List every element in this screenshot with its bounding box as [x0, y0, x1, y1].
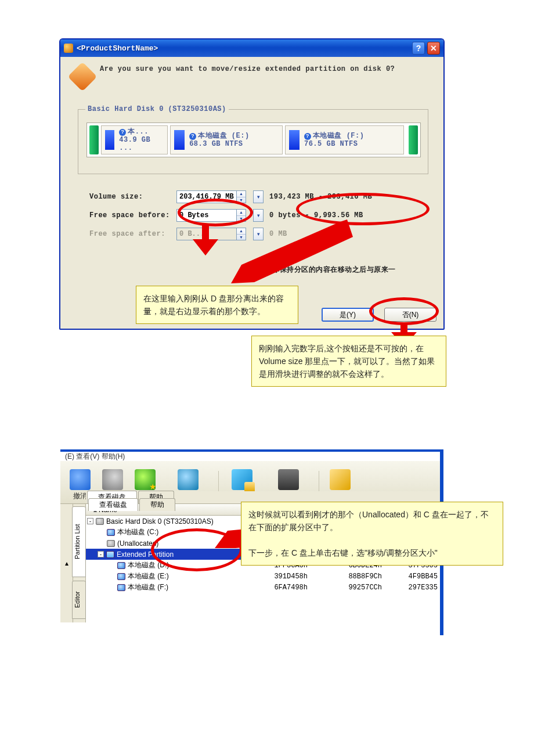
annotation-callout-3: 这时候就可以看到刚才的那个（Unallocated）和 C 盘在一起了，不在下面…	[241, 502, 503, 566]
hard-disk-icon	[96, 518, 104, 525]
drive-icon	[117, 562, 125, 569]
partition-color-icon	[105, 130, 114, 150]
info-text: 允许你保持分区的内容在移动之后与原来一	[258, 265, 396, 275]
annotation-circle-input	[178, 199, 253, 226]
annotation-callout-2: 刚刚输入完数字后,这个按钮还是不可按的，在 Volume size 那里点一下，…	[251, 336, 446, 387]
tree-row-e[interactable]: 本地磁盘 (E:) 391D458h 88B8F9Ch 4F9BB45	[86, 571, 440, 582]
close-button[interactable]: ✕	[427, 42, 440, 55]
annotation-circle-range	[296, 193, 430, 225]
help-dot-icon[interactable]: ?	[304, 133, 311, 140]
volume-size-unit-dropdown[interactable]: ▾	[253, 190, 264, 203]
seg-sub: 76.5 GB NTFS	[304, 140, 358, 148]
annotation-circle-tree	[151, 528, 243, 571]
tab-editor[interactable]: Editor	[72, 581, 86, 619]
seg-title: 本地磁盘 (E:)	[198, 132, 250, 140]
drive-icon	[107, 529, 115, 536]
free-before-unit-dropdown[interactable]: ▾	[253, 209, 264, 222]
partition-seg-e[interactable]: ?本地磁盘 (E:)68.3 GB NTFS	[170, 125, 283, 154]
yes-button-label: 是(Y)	[340, 310, 356, 320]
side-tabs: Partition List Editor	[73, 504, 86, 622]
tab-view-disk[interactable]: 查看磁盘	[88, 498, 138, 511]
callout-text: 这时候就可以看到刚才的那个（Unallocated）和 C 盘在一起了，不在下面…	[248, 510, 489, 557]
cell: 297E335	[392, 584, 440, 592]
tab-label: Editor	[74, 592, 81, 609]
tab-label: Partition List	[74, 524, 81, 560]
partition-color-icon	[174, 130, 185, 150]
app-icon	[64, 44, 73, 53]
unallocated-icon	[107, 540, 115, 547]
annotation-callout-1: 在这里输入刚刚从 D 盘那分离出来的容量，就是右边显示着的那个数字。	[136, 286, 298, 324]
row-free-after: Free space after: ▲▼ ▾ 0 MB	[89, 228, 287, 240]
partition-seg-f[interactable]: ?本地磁盘 (F:)76.5 GB NTFS	[285, 125, 404, 154]
row-label: Basic Hard Disk 0 (ST3250310AS)	[106, 517, 214, 525]
copy-disk-icon	[232, 469, 252, 490]
help-button[interactable]: ?	[412, 42, 425, 55]
seg-sub: 68.3 GB NTFS	[189, 140, 243, 148]
free-after-unit-dropdown: ▾	[253, 228, 264, 240]
callout-text: 刚刚输入完数字后,这个按钮还是不可按的，在 Volume size 那里点一下，…	[259, 344, 435, 379]
disk-label: Basic Hard Disk 0 (ST3250310AS)	[85, 105, 229, 113]
cell: 4F9BB45	[392, 573, 440, 581]
seg-title: 本...	[128, 128, 149, 136]
titlebar[interactable]: <ProductShortName> ? ✕	[60, 39, 443, 57]
undo-icon	[70, 469, 91, 490]
scroll-up[interactable]: ▴	[60, 504, 73, 622]
menubar[interactable]: (E) 查看(V) 帮助(H)	[60, 452, 440, 461]
backup-icon	[135, 469, 156, 490]
cell: 391D458h	[237, 573, 318, 581]
confirm-text: Are you sure you want to move/resize ext…	[100, 65, 395, 73]
resize-handle-left[interactable]	[89, 125, 99, 154]
free-after-range: 0 MB	[269, 230, 287, 238]
resize-handle-right[interactable]	[409, 125, 418, 154]
menubar-text: (E) 查看(V) 帮助(H)	[65, 452, 125, 462]
cell: 99257CCh	[318, 584, 392, 592]
free-after-spinner: ▲▼	[237, 228, 246, 240]
tab-partition-list[interactable]: Partition List	[72, 506, 86, 577]
help-dot-icon[interactable]: ?	[189, 133, 196, 140]
partition-bar[interactable]: ?本...43.9 GB ... ?本地磁盘 (E:)68.3 GB NTFS …	[86, 123, 421, 157]
defrag-icon	[278, 469, 299, 490]
row-label: 本地磁盘 (F:)	[128, 582, 168, 592]
redo-icon	[102, 469, 123, 490]
resize-icon	[178, 469, 199, 490]
row-label: 本地磁盘 (C:)	[117, 527, 158, 537]
help-icon	[330, 469, 351, 490]
free-after-input	[176, 228, 237, 240]
tab-help[interactable]: 帮助	[139, 498, 175, 511]
extended-partition-icon	[106, 551, 114, 558]
tree-row-f[interactable]: 本地磁盘 (F:) 6FA7498h 99257CCh 297E335	[86, 582, 440, 593]
warning-icon	[68, 62, 98, 92]
row-label: 本地磁盘 (E:)	[128, 571, 169, 581]
free-after-label: Free space after:	[89, 230, 176, 238]
undo-label: 撤消	[73, 491, 87, 501]
cell: 6FA7498h	[237, 584, 318, 592]
tab-label: 帮助	[150, 501, 164, 509]
window-title: <ProductShortName>	[77, 44, 158, 53]
yes-button[interactable]: 是(Y)	[322, 308, 374, 322]
disk-fieldset: Basic Hard Disk 0 (ST3250310AS) ?本...43.…	[78, 109, 428, 174]
drive-icon	[117, 584, 125, 591]
free-before-label: Free space before:	[89, 211, 176, 219]
volume-size-label: Volume size:	[89, 193, 176, 201]
seg-sub: 43.9 GB ...	[119, 136, 150, 152]
upper-tabs-overlay: 查看磁盘 帮助	[87, 498, 203, 511]
confirm-question: Are you sure you want to move/resize ext…	[72, 65, 395, 87]
partition-seg-d[interactable]: ?本...43.9 GB ...	[101, 125, 168, 154]
help-dot-icon[interactable]: ?	[119, 129, 126, 136]
tab-label: 查看磁盘	[99, 501, 127, 509]
partition-color-icon	[289, 130, 300, 150]
drive-icon	[117, 573, 125, 580]
callout-text: 在这里输入刚刚从 D 盘那分离出来的容量，就是右边显示着的那个数字。	[143, 294, 284, 316]
seg-title: 本地磁盘 (F:)	[313, 132, 365, 140]
cell: 88B8F9Ch	[318, 573, 392, 581]
annotation-circle-yes	[369, 297, 439, 325]
